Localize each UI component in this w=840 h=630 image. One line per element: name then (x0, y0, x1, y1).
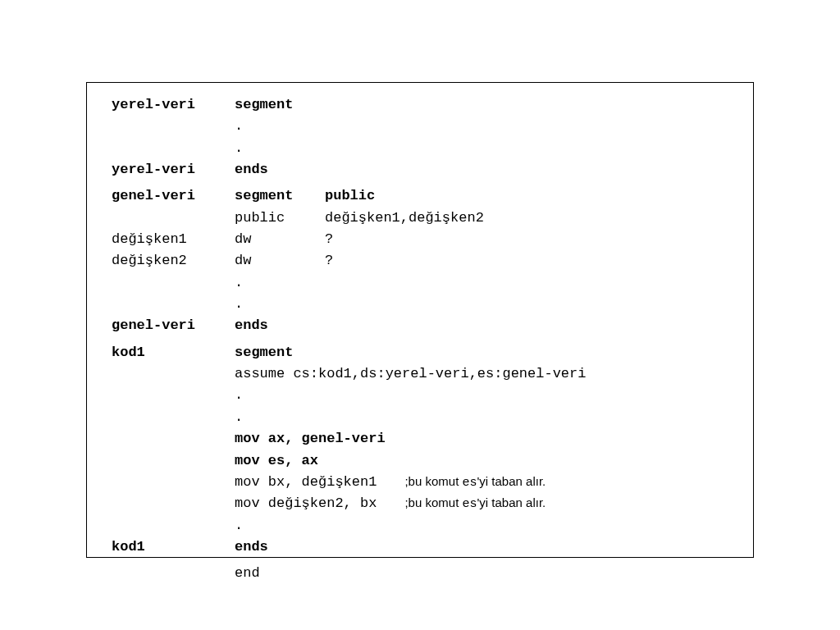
code-line: . (112, 385, 735, 406)
code-line: değişken2dw? (112, 250, 735, 272)
code-line: değişken1dw? (112, 229, 735, 250)
code-line: assume cs:kod1,ds:yerel-veri,es:genel-ve… (112, 363, 735, 385)
code-line: . (112, 515, 735, 536)
code-line: genel-verisegmentpublic (112, 185, 735, 207)
mnemonic-column: . (235, 116, 325, 137)
label-column: kod1 (112, 342, 235, 363)
label-column: değişken2 (112, 250, 235, 272)
mnemonic-column: . (235, 515, 325, 536)
mnemonic-column: ends (235, 315, 325, 336)
operand-column: public (325, 185, 375, 207)
code-line: yerel-verisegment (112, 94, 735, 116)
code-line: kod1segment (112, 342, 735, 363)
mnemonic-column: ends (235, 536, 325, 558)
mnemonic-column: . (235, 272, 325, 294)
code-listing-frame: yerel-verisegment..yerel-veriendsgenel-v… (86, 82, 754, 558)
instruction-text: mov değişken2, bx;bu komut es'yi taban a… (235, 493, 735, 514)
mnemonic-column: public (235, 208, 325, 229)
label-column: kod1 (112, 536, 235, 558)
mnemonic-column: segment (235, 94, 325, 116)
operand-column: değişken1,değişken2 (325, 208, 484, 229)
label-column: yerel-veri (112, 94, 235, 116)
code-line: mov değişken2, bx;bu komut es'yi taban a… (112, 493, 735, 514)
code-comment: ;bu komut es'yi taban alır. (377, 495, 546, 509)
mnemonic-column: segment (235, 342, 325, 363)
operand-column: ? (325, 229, 333, 250)
code-line: mov bx, değişken1;bu komut es'yi taban a… (112, 472, 735, 493)
mnemonic-column: ends (235, 159, 325, 180)
code-line: . (112, 138, 735, 159)
code-line: end (112, 563, 735, 584)
code-line: . (112, 272, 735, 294)
code-line: . (112, 116, 735, 137)
code-listing: yerel-verisegment..yerel-veriendsgenel-v… (112, 94, 735, 585)
code-line: kod1ends (112, 536, 735, 558)
label-column: genel-veri (112, 315, 235, 336)
mnemonic-column: segment (235, 185, 325, 207)
mnemonic-column: . (235, 294, 325, 315)
mnemonic-column: . (235, 138, 325, 159)
code-line: publicdeğişken1,değişken2 (112, 208, 735, 229)
label-column: yerel-veri (112, 159, 235, 180)
instruction-text: mov ax, genel-veri (235, 428, 735, 450)
code-line: yerel-veriends (112, 159, 735, 180)
instruction-text: mov es, ax (235, 450, 735, 472)
mnemonic-column: dw (235, 250, 325, 272)
code-line: . (112, 294, 735, 315)
mnemonic-column: . (235, 385, 325, 406)
code-line: genel-veriends (112, 315, 735, 336)
mnemonic-column: end (235, 563, 325, 584)
instruction-text: assume cs:kod1,ds:yerel-veri,es:genel-ve… (235, 363, 735, 385)
code-line: mov es, ax (112, 450, 735, 472)
code-line: mov ax, genel-veri (112, 428, 735, 450)
code-line: . (112, 407, 735, 428)
instruction-text: mov bx, değişken1;bu komut es'yi taban a… (235, 472, 735, 493)
operand-column: ? (325, 250, 333, 272)
label-column: genel-veri (112, 185, 235, 207)
mnemonic-column: dw (235, 229, 325, 250)
label-column: değişken1 (112, 229, 235, 250)
code-comment: ;bu komut es'yi taban alır. (377, 474, 546, 488)
mnemonic-column: . (235, 407, 325, 428)
